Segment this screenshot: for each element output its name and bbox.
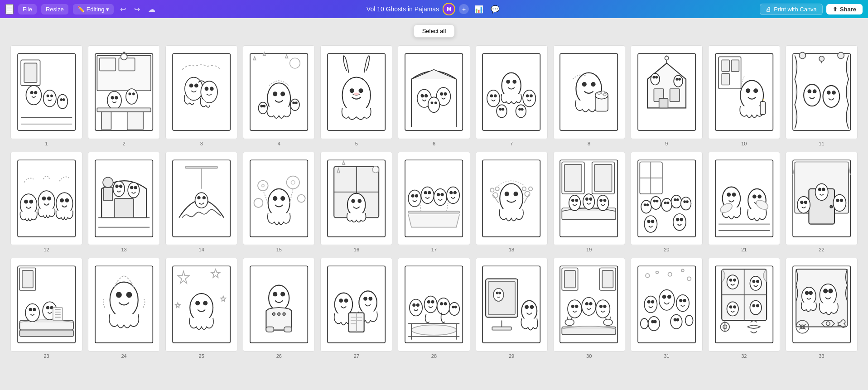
page-item[interactable]: 31 — [631, 258, 703, 359]
page-thumbnail[interactable] — [243, 258, 315, 351]
page-thumbnail[interactable] — [165, 258, 237, 351]
page-item[interactable]: 25 — [165, 258, 237, 359]
svg-point-235 — [727, 193, 730, 196]
page-item[interactable]: 2 — [88, 45, 160, 146]
svg-point-43 — [261, 105, 263, 107]
page-item[interactable]: 6 — [398, 45, 470, 146]
page-item[interactable]: 20 — [631, 152, 703, 253]
page-thumbnail[interactable] — [476, 45, 548, 139]
page-item[interactable]: 18 — [476, 152, 548, 253]
page-thumbnail[interactable] — [708, 258, 780, 351]
page-item[interactable]: 1 — [10, 45, 82, 146]
page-item[interactable]: 3 — [165, 45, 237, 146]
page-item[interactable]: 33 — [786, 258, 858, 359]
page-thumbnail[interactable] — [708, 45, 780, 139]
page-item[interactable]: 32 — [708, 258, 780, 359]
page-item[interactable]: 5 — [320, 45, 392, 146]
svg-point-45 — [290, 99, 299, 111]
page-item[interactable]: 8 — [553, 45, 625, 146]
page-thumbnail[interactable] — [476, 258, 548, 351]
page-thumbnail[interactable] — [320, 258, 392, 351]
page-item[interactable]: 22 — [786, 152, 858, 253]
page-item[interactable]: 12 — [10, 152, 82, 253]
page-item[interactable]: 21 — [708, 152, 780, 253]
page-thumbnail[interactable] — [10, 258, 82, 351]
menu-button[interactable]: ☰ — [5, 4, 14, 14]
page-thumbnail[interactable] — [88, 152, 160, 246]
page-item[interactable]: 30 — [553, 258, 625, 359]
page-thumbnail[interactable] — [165, 152, 237, 246]
page-item[interactable]: 29 — [476, 258, 548, 359]
undo-button[interactable]: ↩ — [118, 3, 128, 15]
page-thumbnail[interactable] — [320, 152, 392, 246]
page-item[interactable]: 23 — [10, 258, 82, 359]
svg-point-149 — [273, 197, 277, 200]
svg-point-168 — [415, 194, 418, 197]
avatar[interactable]: M — [443, 3, 455, 15]
print-button[interactable]: 🖨 Print with Canva — [760, 4, 823, 15]
svg-point-183 — [505, 192, 509, 196]
page-item[interactable]: 7 — [476, 45, 548, 146]
page-thumbnail[interactable] — [476, 152, 548, 246]
redo-button[interactable]: ↪ — [132, 3, 142, 15]
page-thumbnail[interactable] — [165, 45, 237, 139]
page-thumbnail[interactable] — [631, 152, 703, 246]
page-item[interactable]: 14 — [165, 152, 237, 253]
page-thumbnail[interactable] — [88, 258, 160, 351]
page-thumbnail[interactable] — [243, 45, 315, 139]
share-button[interactable]: ⬆ Share — [826, 4, 863, 14]
file-button[interactable]: File — [18, 4, 37, 14]
page-thumbnail[interactable] — [553, 258, 625, 351]
svg-point-292 — [339, 299, 342, 303]
svg-point-120 — [819, 56, 824, 61]
page-item[interactable]: 9 — [631, 45, 703, 146]
resize-button[interactable]: Resize — [41, 4, 68, 14]
page-item[interactable]: 15 — [243, 152, 315, 253]
page-thumbnail[interactable] — [398, 45, 470, 139]
svg-rect-15 — [97, 56, 151, 91]
page-thumbnail[interactable] — [708, 152, 780, 246]
page-thumbnail[interactable] — [631, 45, 703, 139]
page-thumbnail[interactable] — [398, 258, 470, 351]
svg-point-276 — [126, 293, 131, 298]
page-item[interactable]: 26 — [243, 258, 315, 359]
page-item[interactable]: 13 — [88, 152, 160, 253]
page-thumbnail[interactable] — [243, 152, 315, 246]
svg-point-365 — [667, 295, 670, 299]
comment-button[interactable]: 💬 — [489, 3, 502, 15]
page-item[interactable]: 24 — [88, 258, 160, 359]
svg-point-278 — [190, 294, 213, 322]
page-thumbnail[interactable] — [786, 45, 858, 139]
page-item[interactable]: 16 — [320, 152, 392, 253]
page-item[interactable]: 27 — [320, 258, 392, 359]
page-item[interactable]: 4 — [243, 45, 315, 146]
page-thumbnail[interactable] — [553, 152, 625, 246]
page-item[interactable]: 10 — [708, 45, 780, 146]
svg-point-363 — [659, 290, 674, 310]
svg-point-129 — [60, 199, 63, 202]
page-thumbnail[interactable] — [786, 258, 858, 351]
page-number: 15 — [276, 247, 282, 252]
page-thumbnail[interactable] — [786, 152, 858, 246]
add-collaborator-button[interactable]: + — [459, 4, 469, 14]
page-thumbnail[interactable] — [553, 45, 625, 139]
svg-rect-92 — [670, 89, 679, 101]
page-item[interactable]: 17 — [398, 152, 470, 253]
page-thumbnail[interactable] — [10, 152, 82, 246]
svg-point-398 — [802, 287, 816, 305]
page-item[interactable]: 19 — [553, 152, 625, 253]
page-item[interactable]: 11 — [786, 45, 858, 146]
page-item[interactable]: 28 — [398, 258, 470, 359]
page-thumbnail[interactable] — [398, 152, 470, 246]
editing-button[interactable]: ✏️ Editing ▾ — [73, 4, 114, 14]
svg-point-97 — [674, 76, 683, 87]
svg-point-306 — [413, 304, 415, 307]
cloud-save-button[interactable]: ☁ — [146, 3, 157, 15]
page-thumbnail[interactable] — [10, 45, 82, 139]
select-all-button[interactable]: Select all — [414, 24, 455, 38]
page-thumbnail[interactable] — [320, 45, 392, 139]
analytics-button[interactable]: 📊 — [473, 3, 485, 15]
page-number: 12 — [43, 247, 49, 252]
page-thumbnail[interactable] — [631, 258, 703, 351]
page-thumbnail[interactable] — [88, 45, 160, 139]
